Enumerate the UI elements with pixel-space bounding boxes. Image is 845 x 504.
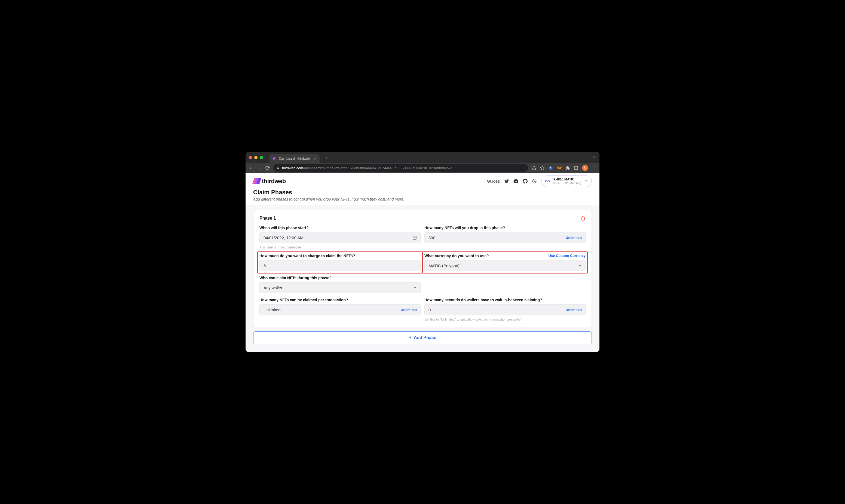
new-tab-button[interactable]: + [325,156,327,161]
wallet-balance: 9.4810 MATIC [554,177,581,181]
who-select[interactable] [259,282,420,293]
per-tx-label: How many NFTs can be claimed per transac… [259,298,420,302]
field-start-date: When will this phase start? This time is… [259,226,420,249]
page-title: Claim Phases [253,189,592,196]
who-label: Who can claim NFTs during this phase? [259,276,420,280]
svg-rect-13 [413,236,416,239]
field-price: How much do you want to charge to claim … [257,251,423,273]
field-supply: How many NFTs will you drop in this phas… [425,226,586,249]
start-date-input[interactable] [259,232,420,243]
supply-input[interactable] [425,232,586,243]
tabs-icon[interactable] [574,166,578,170]
extensions-puzzle-icon[interactable] [566,166,570,170]
chevron-down-icon [413,286,417,290]
svg-point-8 [550,167,552,169]
main-content: Claim Phases Add different phases to con… [246,189,599,352]
svg-point-12 [594,169,595,170]
titlebar: Dashboard | thirdweb × + [246,152,599,163]
browser-tab[interactable]: Dashboard | thirdweb × [270,154,320,163]
wallet-address: 0x9E...072 (Mumbai) [554,181,581,185]
add-phase-button[interactable]: + Add Phase [253,331,592,344]
browser-window: Dashboard | thirdweb × + thirdweb.com/da… [246,152,599,352]
wait-input[interactable] [425,304,586,316]
wallet-info: 9.4810 MATIC 0x9E...072 (Mumbai) [554,177,581,185]
per-tx-input[interactable] [259,304,420,316]
logo[interactable]: thirdweb [253,178,286,185]
page-subtitle: Add different phases to control when you… [253,197,592,201]
maximize-window-button[interactable] [260,156,263,159]
chevron-down-icon [578,264,582,268]
extension-icon[interactable] [548,165,553,170]
delete-phase-button[interactable] [581,216,586,221]
tab-title: Dashboard | thirdweb [279,157,310,161]
close-window-button[interactable] [249,156,252,159]
custom-currency-link[interactable]: Use Custom Currency [548,254,586,258]
close-tab-icon[interactable]: × [314,157,316,161]
theme-toggle-icon[interactable] [532,179,537,184]
guides-link[interactable]: Guides [487,179,500,183]
page-content: thirdweb Guides 9.4810 MATIC [246,173,599,352]
svg-point-11 [594,168,595,168]
share-icon[interactable] [532,166,536,170]
app-header: thirdweb Guides 9.4810 MATIC [246,173,599,190]
phase-header: Phase 1 [259,216,586,221]
chevron-down-icon [584,179,588,184]
bookmark-star-icon[interactable] [540,166,544,170]
field-spacer [425,276,586,293]
field-currency: What currency do you want to use? Use Cu… [422,251,588,273]
wait-unlimited-link[interactable]: Unlimited [566,308,582,312]
url-text: thirdweb.com/dashboard/mumbai/nft-drop/0… [282,166,452,170]
tab-favicon-icon [273,157,276,161]
phase-title: Phase 1 [259,216,276,221]
toolbar-right: S [532,165,596,171]
phase-card: Phase 1 When will this phase start? [253,210,592,327]
logo-mark-icon [253,178,260,184]
start-date-help: This time is in your timezone. [259,246,420,249]
discord-icon[interactable] [514,179,518,184]
wait-label: How many seconds do wallets have to wait… [425,298,586,302]
metamask-icon[interactable] [557,165,562,170]
address-bar[interactable]: thirdweb.com/dashboard/mumbai/nft-drop/0… [273,164,528,172]
github-icon[interactable] [523,179,527,184]
start-date-label: When will this phase start? [259,226,420,230]
plus-icon: + [409,335,412,341]
section-header: Claim Phases Add different phases to con… [246,189,599,205]
profile-avatar[interactable]: S [582,165,588,171]
svg-marker-6 [540,166,544,170]
window-controls [249,156,263,159]
currency-select[interactable] [425,260,586,271]
price-input[interactable] [259,260,420,271]
logo-text: thirdweb [262,178,286,185]
currency-label: What currency do you want to use? [425,254,489,258]
price-label: How much do you want to charge to claim … [259,254,420,258]
calendar-icon[interactable] [412,235,417,240]
lock-icon [276,166,280,169]
browser-toolbar: thirdweb.com/dashboard/mumbai/nft-drop/0… [246,163,599,173]
field-per-transaction: How many NFTs can be claimed per transac… [259,298,420,321]
svg-point-10 [594,166,595,167]
reload-button[interactable] [265,166,270,170]
wallet-connect-button[interactable]: 9.4810 MATIC 0x9E...072 (Mumbai) [541,176,592,187]
wait-help: Set this to "Unlimited" to only allow on… [425,318,586,321]
twitter-icon[interactable] [504,179,509,184]
per-tx-unlimited-link[interactable]: Unlimited [401,308,417,312]
add-phase-label: Add Phase [414,335,436,340]
svg-rect-9 [574,166,578,169]
polygon-icon [544,178,551,184]
supply-label: How many NFTs will you drop in this phas… [425,226,586,230]
field-who-can-claim: Who can claim NFTs during this phase? [259,276,420,293]
browser-menu-icon[interactable] [592,166,596,170]
back-button[interactable] [249,166,253,170]
tabs-menu-icon[interactable] [592,155,596,160]
field-wait-time: How many seconds do wallets have to wait… [425,298,586,321]
forward-button[interactable] [257,166,261,170]
minimize-window-button[interactable] [254,156,257,159]
supply-unlimited-link[interactable]: Unlimited [566,236,582,240]
